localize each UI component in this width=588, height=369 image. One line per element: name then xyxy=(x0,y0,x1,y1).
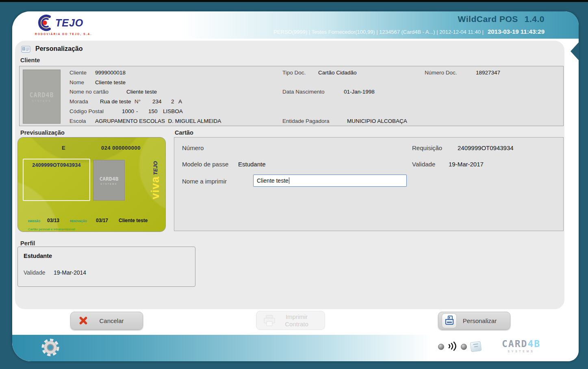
entidade-pagadora-label: Entidade Pagadora xyxy=(282,118,330,124)
viva-tejo-brand: viva TEJO xyxy=(149,144,161,217)
modelo-passe-label: Modelo de passe xyxy=(182,161,228,168)
app-title: WildCard POS1.4.0 xyxy=(458,14,545,24)
entidade-pagadora-value: MUNICIPIO ALCOBAÇA xyxy=(347,118,407,124)
status-orb-printer xyxy=(461,344,467,350)
cartao-groupbox: Número Requisição 2409999OT0943934 Model… xyxy=(174,137,564,231)
imprimir-contrato-button[interactable]: ImprimirContrato xyxy=(256,311,325,330)
app-version: 1.4.0 xyxy=(525,14,545,24)
tejo-brand-text: TEJO xyxy=(153,161,158,175)
nome-value: Cliente teste xyxy=(95,79,126,85)
card-preview: E 024 000000000 2409999OT0943934 CARD4B … xyxy=(17,137,166,232)
session-status-bar: PERSO(9999) | Testes Fornecedor(100,99) … xyxy=(273,28,545,35)
emissao-value: 03/13 xyxy=(47,218,59,223)
gear-icon xyxy=(40,337,61,358)
cliente-groupbox: CARD4B SYSTEMS Cliente 9999000018 Nome C… xyxy=(19,66,564,126)
morada-porta-value: A xyxy=(178,98,182,105)
escola-value: AGRUPAMENTO ESCOLAS D. MIGUEL ALMEIDA xyxy=(95,118,221,124)
card-number-box: 2409999OT0943934 xyxy=(23,159,90,201)
numero-doc-value: 18927347 xyxy=(476,70,500,76)
tipo-doc-label: Tipo Doc. xyxy=(282,70,306,76)
imprimir-contrato-label: ImprimirContrato xyxy=(276,313,325,328)
nome-label: Nome xyxy=(69,79,84,85)
nome-imprimir-value: Cliente teste xyxy=(257,177,289,184)
tejo-logo-text: TEJO xyxy=(55,17,83,29)
morada-label: Morada xyxy=(69,98,88,105)
morada-num-value: 234 xyxy=(152,98,162,105)
cliente-label: Cliente xyxy=(69,70,87,76)
cp-localidade-value: LISBOA xyxy=(163,108,183,114)
renovacao-label: RENOVAÇÃO xyxy=(70,220,87,223)
page-title: Personalização xyxy=(35,45,83,52)
receipt-printer-icon xyxy=(470,341,482,352)
requisicao-value: 2409999OT0943934 xyxy=(458,144,514,151)
card-printer-icon xyxy=(442,313,457,328)
cliente-section-title: Cliente xyxy=(20,57,40,63)
card4b-logo-systems: SYSTEMS xyxy=(502,350,540,353)
nome-imprimir-label: Nome a imprimir xyxy=(182,178,227,185)
perfil-validade-value: 19-Mar-2014 xyxy=(54,269,86,276)
perfil-nome: Estudante xyxy=(24,253,52,259)
chip-logo-text: CARD4B xyxy=(100,176,119,182)
chip-logo-sub: SYSTEMS xyxy=(100,183,117,185)
cancelar-button-label: Cancelar xyxy=(88,317,143,324)
tipo-doc-value: Cartão Cidadão xyxy=(318,70,357,76)
validade-cartao-label: Validade xyxy=(412,161,435,168)
desktop-background: TEJO RODOVIÁRIA DO TEJO, S.A. WildCard P… xyxy=(0,0,588,369)
app-title-text: WildCard POS xyxy=(458,14,518,24)
cliente-value: 9999000018 xyxy=(95,70,126,76)
tejo-logo-icon xyxy=(35,13,54,32)
morada-andar-value: 2 xyxy=(171,98,174,105)
numero-doc-label: Número Doc. xyxy=(425,70,457,76)
tejo-logo: TEJO RODOVIÁRIA DO TEJO, S.A. xyxy=(35,13,92,35)
morada-num-label: N° xyxy=(135,98,141,105)
emissao-label: EMISSÃO xyxy=(28,220,40,223)
card-terms-line1: Cartão pessoal e intransmissível xyxy=(28,227,75,231)
requisicao-label: Requisição xyxy=(412,144,442,151)
photo-watermark: CARD4B xyxy=(29,92,54,99)
card-serial: 024 000000000 xyxy=(101,145,141,151)
status-orb-reader xyxy=(438,344,444,350)
nome-cartao-value: Cliente teste xyxy=(126,89,157,95)
personalizar-button[interactable]: Personalizar xyxy=(438,312,510,330)
data-nascimento-label: Data Nascimento xyxy=(282,89,325,95)
app-footer: CARD4B SYSTEMS xyxy=(12,335,579,361)
cancel-x-icon xyxy=(79,316,88,325)
viva-brand-text: viva xyxy=(150,176,161,199)
cartao-section-title: Cartão xyxy=(175,129,193,136)
personalizacao-panel: Personalização Cliente CARD4B SYSTEMS Cl… xyxy=(15,41,564,309)
card4b-footer-logo: CARD4B SYSTEMS xyxy=(502,339,540,353)
personalizar-button-label: Personalizar xyxy=(457,317,510,324)
morada-rua-value: Rua de teste xyxy=(100,98,131,105)
data-nascimento-value: 01-Jan-1998 xyxy=(344,89,375,95)
card-number: 2409999OT0943934 xyxy=(24,162,89,168)
perfil-section-title: Perfil xyxy=(20,240,35,247)
perfil-groupbox: Estudante Validade 19-Mar-2014 xyxy=(17,247,195,287)
perfil-validade-label: Validade xyxy=(24,269,45,276)
escola-label: Escola xyxy=(69,118,86,124)
tejo-logo-subtitle: RODOVIÁRIA DO TEJO, S.A. xyxy=(35,33,92,35)
modelo-passe-value: Estudante xyxy=(238,161,266,168)
window-side-notch xyxy=(571,42,579,61)
photo-watermark-sub: SYSTEMS xyxy=(32,100,51,102)
cp-separator: - xyxy=(136,108,138,114)
top-black-bar xyxy=(0,0,588,2)
status-datetime: 2013-03-19 11:43:29 xyxy=(488,28,545,35)
signal-waves-icon xyxy=(447,341,458,354)
text-caret xyxy=(289,177,289,184)
nome-imprimir-input[interactable]: Cliente teste xyxy=(253,175,407,187)
renovacao-value: 03/17 xyxy=(96,218,108,223)
id-card-icon xyxy=(21,46,31,55)
validade-cartao-value: 19-Mar-2017 xyxy=(449,161,484,168)
settings-gear-button[interactable] xyxy=(40,337,61,358)
card4b-logo-card: CARD xyxy=(502,338,527,349)
previsualizacao-section-title: Previsualização xyxy=(20,129,65,136)
card4b-chip-logo: CARD4B SYSTEMS xyxy=(93,160,125,201)
cp-sufixo-value: 150 xyxy=(148,108,158,114)
numero-cartao-label: Número xyxy=(182,144,204,151)
printer-icon xyxy=(263,314,276,327)
client-photo-placeholder: CARD4B SYSTEMS xyxy=(23,70,61,124)
card4b-logo-4b: 4B xyxy=(527,338,540,349)
cp-zona-value: 1000 xyxy=(122,108,134,114)
card-holder-name: Cliente teste xyxy=(119,218,148,223)
cancelar-button[interactable]: Cancelar xyxy=(70,312,143,330)
